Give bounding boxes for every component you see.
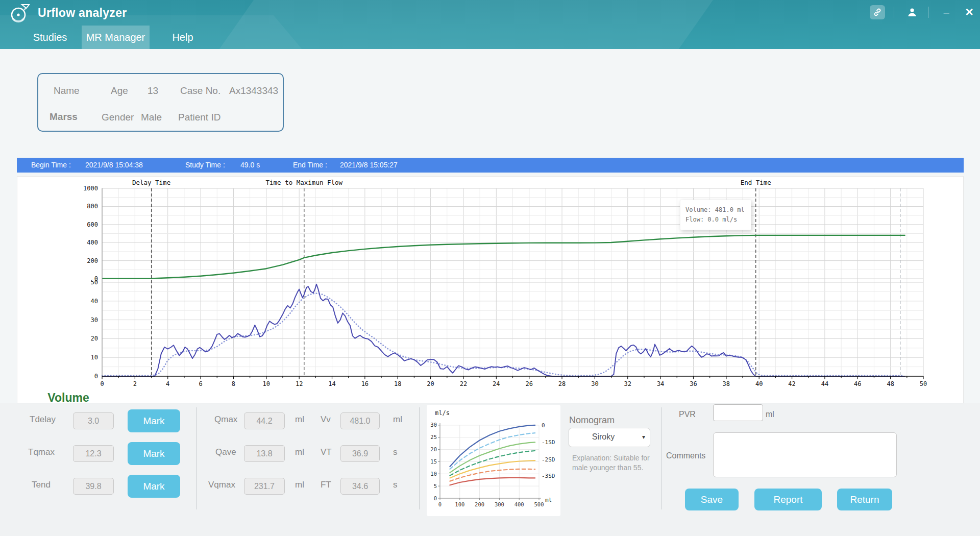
svg-text:0: 0: [542, 422, 545, 429]
qave-row: Qave ml VT s: [202, 442, 411, 465]
patient-id-label: Patient ID: [178, 112, 220, 123]
patient-info-card: Name Age 13 Case No. Ax1343343 Marss Gen…: [37, 73, 284, 132]
close-button[interactable]: ✕: [962, 5, 977, 19]
panel-divider: [661, 407, 662, 509]
svg-text:100: 100: [455, 501, 464, 507]
uroflow-chart-panel: Delay TimeTime to Maximun FlowEnd Time02…: [17, 176, 964, 403]
mark-tqmax-button[interactable]: Mark: [128, 442, 180, 465]
svg-text:300: 300: [495, 501, 504, 507]
tab-studies[interactable]: Studies: [30, 26, 70, 49]
end-time-value: 2021/9/8 15:05:27: [340, 161, 398, 169]
qave-input[interactable]: [244, 445, 285, 462]
patient-gender-value: Male: [141, 112, 162, 123]
study-time-bar: Begin Time : 2021/9/8 15:04:38 Study Tim…: [17, 158, 964, 173]
mark-tend-button[interactable]: Mark: [128, 475, 180, 498]
svg-text:400: 400: [514, 501, 524, 507]
pvr-input[interactable]: [713, 404, 763, 421]
nomogram-chart: 0510152025300100200300400500ml/sml0-1SD-…: [427, 405, 560, 516]
svg-text:8: 8: [232, 380, 235, 387]
vqmax-label: Vqmax: [208, 480, 235, 490]
svg-text:48: 48: [887, 380, 894, 387]
svg-text:38: 38: [723, 380, 730, 387]
qave-unit: ml: [295, 447, 304, 457]
svg-text:22: 22: [460, 380, 467, 387]
study-time-label: Study Time :: [185, 161, 225, 169]
save-button[interactable]: Save: [685, 489, 739, 510]
svg-text:12: 12: [296, 380, 303, 387]
nomogram-select[interactable]: Siroky ▾: [569, 428, 650, 447]
vv-input[interactable]: [340, 412, 380, 429]
app-logo-icon: [8, 3, 32, 25]
svg-text:2: 2: [133, 380, 137, 387]
tab-help[interactable]: Help: [168, 26, 197, 49]
svg-text:46: 46: [854, 380, 861, 387]
patient-age-label: Age: [111, 85, 128, 96]
svg-text:800: 800: [87, 203, 98, 210]
svg-text:200: 200: [475, 501, 484, 507]
app-header: Urflow analyzer – ✕ Studies MR Manager H…: [0, 0, 980, 49]
svg-text:-2SD: -2SD: [542, 456, 555, 463]
vqmax-input[interactable]: [244, 478, 285, 495]
patient-case-value: Ax1343343: [229, 85, 278, 96]
svg-text:25: 25: [430, 434, 437, 440]
svg-text:200: 200: [87, 257, 98, 264]
chevron-down-icon: ▾: [642, 433, 645, 441]
pvr-unit: ml: [766, 410, 774, 419]
minimize-button[interactable]: –: [939, 5, 953, 19]
tqmax-input[interactable]: [73, 445, 114, 462]
svg-text:20: 20: [91, 335, 98, 342]
tab-mr-manager[interactable]: MR Manager: [82, 26, 150, 49]
link-button[interactable]: [870, 5, 885, 19]
svg-text:0: 0: [94, 373, 98, 380]
qmax-label: Qmax: [214, 415, 237, 425]
vt-input[interactable]: [340, 445, 380, 462]
mark-tdelay-button[interactable]: Mark: [128, 409, 180, 432]
vt-label: VT: [321, 447, 332, 457]
svg-text:20: 20: [427, 380, 434, 387]
ft-label: FT: [321, 480, 331, 490]
patient-name-label: Name: [54, 85, 80, 96]
main-nav: Studies MR Manager Help: [0, 26, 980, 49]
tooltip-volume: Volume: 481.0 ml: [685, 205, 751, 215]
return-button[interactable]: Return: [837, 489, 892, 510]
person-icon: [907, 7, 917, 17]
nomogram-chart-card: 0510152025300100200300400500ml/sml0-1SD-…: [427, 405, 560, 516]
chart-tooltip: Volume: 481.0 ml Flow: 0.0 ml/s: [680, 200, 751, 230]
svg-text:30: 30: [591, 380, 598, 387]
svg-text:14: 14: [328, 380, 335, 387]
user-account-button[interactable]: [904, 5, 920, 19]
tend-row: Tend Mark: [20, 475, 184, 498]
nomogram-title: Nomogram: [569, 415, 615, 426]
nomogram-selected-value: Siroky: [569, 432, 638, 442]
app-title: Urflow analyzer: [38, 6, 127, 20]
tend-input[interactable]: [73, 478, 114, 495]
svg-text:30: 30: [430, 422, 437, 428]
svg-text:10: 10: [263, 380, 270, 387]
qave-label: Qave: [215, 447, 236, 457]
svg-text:40: 40: [755, 380, 763, 387]
svg-text:400: 400: [87, 239, 98, 246]
svg-text:15: 15: [430, 458, 437, 465]
svg-text:50: 50: [920, 380, 927, 387]
tdelay-input[interactable]: [73, 412, 114, 429]
svg-text:0: 0: [434, 495, 437, 501]
report-button[interactable]: Report: [754, 489, 822, 510]
nomogram-explanation: Explanation: Suitable for male younger t…: [572, 453, 651, 473]
begin-time-label: Begin Time :: [31, 161, 71, 169]
comments-textarea[interactable]: [713, 432, 897, 477]
uroflow-chart: Delay TimeTime to Maximun FlowEnd Time02…: [17, 177, 963, 403]
svg-text:10: 10: [91, 354, 98, 361]
study-time-value: 49.0 s: [240, 161, 260, 169]
qmax-unit: ml: [295, 415, 304, 425]
ft-input[interactable]: [340, 478, 380, 495]
svg-text:ml/s: ml/s: [435, 409, 450, 417]
svg-text:1000: 1000: [83, 185, 98, 192]
svg-text:End Time: End Time: [741, 179, 771, 186]
begin-time-value: 2021/9/8 15:04:38: [85, 161, 143, 169]
patient-age-value: 13: [148, 85, 158, 96]
svg-text:20: 20: [430, 446, 437, 452]
qmax-input[interactable]: [244, 412, 285, 429]
svg-text:34: 34: [657, 380, 664, 387]
svg-text:600: 600: [87, 221, 98, 228]
title-bar: Urflow analyzer – ✕: [0, 0, 980, 26]
